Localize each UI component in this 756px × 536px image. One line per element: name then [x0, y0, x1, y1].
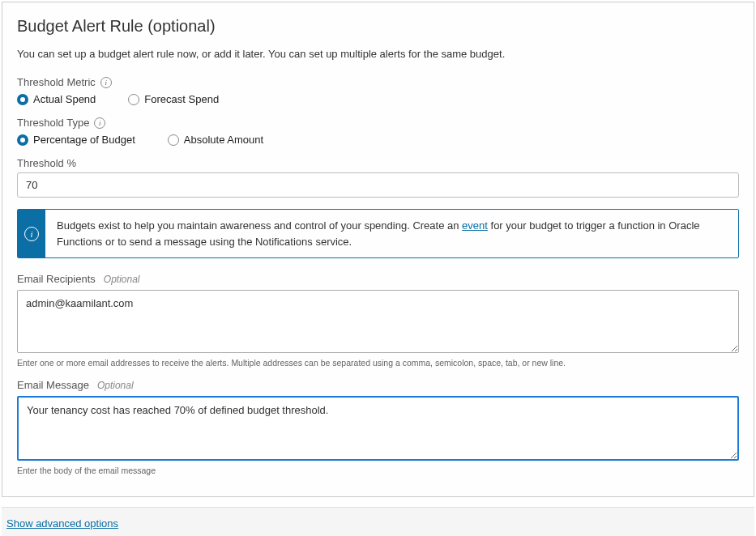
info-banner-text: Budgets exist to help you maintain aware…: [45, 210, 738, 257]
panel-title: Budget Alert Rule (optional): [17, 17, 739, 36]
panel-description: You can set up a budget alert rule now, …: [17, 47, 739, 62]
email-recipients-help: Enter one or more email addresses to rec…: [17, 358, 739, 368]
threshold-percent-group: Threshold %: [17, 157, 739, 198]
threshold-type-label: Threshold Type: [17, 117, 89, 129]
radio-input-absolute[interactable]: [168, 134, 179, 146]
radio-label-forecast: Forecast Spend: [144, 93, 219, 105]
threshold-percent-input[interactable]: [17, 172, 739, 198]
optional-tag: Optional: [97, 380, 134, 391]
threshold-percent-label: Threshold %: [17, 157, 739, 169]
advanced-options-row: Show advanced options: [2, 507, 754, 536]
radio-percentage[interactable]: Percentage of Budget: [17, 134, 135, 146]
radio-absolute[interactable]: Absolute Amount: [168, 134, 263, 146]
optional-tag: Optional: [104, 274, 140, 285]
email-recipients-label: Email Recipients: [17, 273, 96, 285]
email-message-input[interactable]: [17, 396, 739, 461]
show-advanced-link[interactable]: Show advanced options: [6, 517, 118, 530]
threshold-metric-group: Threshold Metric i Actual Spend Forecast…: [17, 76, 739, 105]
info-icon[interactable]: i: [94, 117, 105, 129]
email-message-help: Enter the body of the email message: [17, 466, 739, 475]
threshold-metric-label: Threshold Metric: [17, 76, 96, 88]
info-banner-icon: i: [18, 210, 45, 257]
info-icon[interactable]: i: [100, 77, 112, 88]
info-banner: i Budgets exist to help you maintain awa…: [17, 209, 739, 258]
radio-label-actual: Actual Spend: [33, 93, 96, 105]
email-recipients-group: Email Recipients Optional Enter one or m…: [17, 273, 739, 368]
radio-input-actual[interactable]: [17, 94, 28, 105]
radio-input-percentage[interactable]: [17, 134, 28, 146]
threshold-type-group: Threshold Type i Percentage of Budget Ab…: [17, 117, 739, 146]
radio-label-absolute: Absolute Amount: [184, 134, 263, 146]
event-link[interactable]: event: [462, 219, 488, 232]
email-message-label: Email Message: [17, 379, 89, 391]
email-recipients-input[interactable]: [17, 290, 739, 353]
radio-label-percentage: Percentage of Budget: [33, 134, 135, 146]
budget-alert-panel: Budget Alert Rule (optional) You can set…: [2, 2, 754, 497]
email-message-group: Email Message Optional Enter the body of…: [17, 379, 739, 475]
radio-actual-spend[interactable]: Actual Spend: [17, 93, 96, 105]
radio-input-forecast[interactable]: [128, 94, 139, 105]
radio-forecast-spend[interactable]: Forecast Spend: [128, 93, 219, 105]
